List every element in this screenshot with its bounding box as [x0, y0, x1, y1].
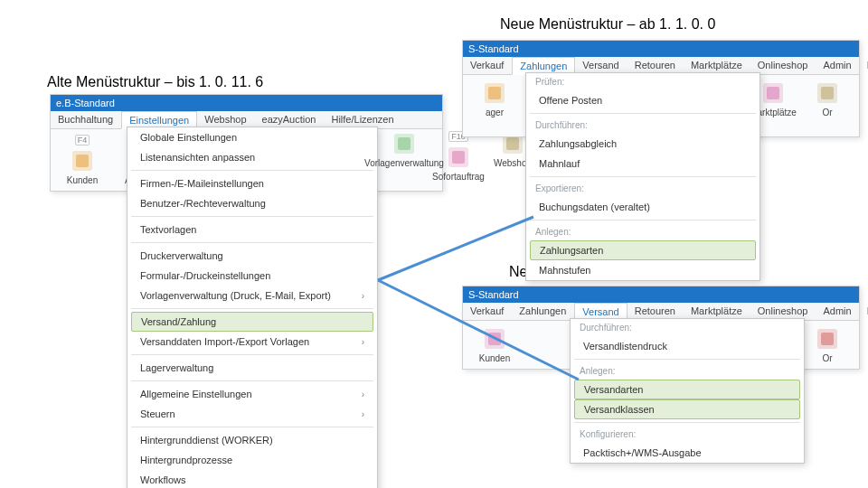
- menu-group-header: Konfigurieren:: [571, 426, 804, 443]
- tab-zahlungen[interactable]: Zahlungen: [512, 303, 574, 320]
- menu-item[interactable]: Zahlungsabgleich: [526, 134, 760, 154]
- menu-group-header: Exportieren:: [526, 180, 760, 197]
- menu-item[interactable]: Steuern›: [127, 404, 377, 424]
- svg-rect-9: [506, 137, 519, 150]
- menu-item[interactable]: Benutzer-/Rechteverwaltung: [127, 193, 377, 213]
- old-titlebar: e.B-Standard: [51, 95, 442, 111]
- chevron-right-icon: ›: [362, 291, 364, 301]
- svg-rect-17: [767, 87, 779, 99]
- new-top-titlebar: S-Standard: [463, 41, 859, 57]
- menu-item[interactable]: Packtisch+/WMS-Ausgabe: [571, 443, 804, 463]
- menu-separator: [131, 216, 373, 217]
- ribbon-caption: Kunden: [67, 175, 98, 185]
- chevron-right-icon: ›: [362, 389, 364, 399]
- ribbon-btn[interactable]: Vorlagenverwaltung: [380, 131, 429, 182]
- new-top-menu: Prüfen:Offene PostenDurchführen:Zahlungs…: [525, 72, 760, 281]
- ribbon-icon: [815, 326, 840, 352]
- menu-separator: [530, 176, 756, 177]
- new-bottom-menu: Durchführen:VersandlistendruckAnlegen:Ve…: [570, 318, 805, 464]
- tab-admin[interactable]: Admin: [816, 57, 859, 74]
- menu-item[interactable]: Firmen-/E-Maileinstellungen: [127, 174, 377, 193]
- ribbon-caption: Or: [822, 108, 832, 117]
- ribbon-caption: Kunden: [479, 353, 510, 363]
- ribbon-icon: [446, 145, 471, 170]
- tab-hilfe-lizenzen[interactable]: Hilfe/Lizenzen: [860, 303, 868, 320]
- menu-separator: [131, 427, 373, 427]
- menu-item[interactable]: Lagerverwaltung: [127, 358, 377, 378]
- tab-hilfe-lizenzen[interactable]: Hilfe/Lizenzen: [860, 57, 868, 74]
- label-new-top: Neue Menüstruktur – ab 1. 1. 0. 0: [500, 16, 715, 33]
- tab-verkauf[interactable]: Verkauf: [463, 303, 512, 320]
- menu-item[interactable]: Versandarten: [574, 380, 800, 399]
- old-ribbon-extra: VorlagenverwaltungF10SofortauftragWebsho…: [380, 131, 537, 182]
- label-old: Alte Menüstruktur – bis 1. 0. 11. 6: [47, 74, 263, 90]
- menu-group-header: Durchführen:: [526, 117, 760, 134]
- menu-item[interactable]: Offene Posten: [526, 90, 760, 110]
- ribbon-caption: Or: [822, 353, 832, 363]
- ribbon-btn[interactable]: F10Sofortauftrag: [434, 131, 483, 182]
- ribbon-icon: [70, 148, 95, 174]
- ribbon-icon: [815, 80, 840, 106]
- menu-separator: [574, 359, 800, 360]
- svg-rect-11: [488, 87, 501, 99]
- svg-rect-7: [452, 151, 465, 164]
- svg-rect-19: [821, 87, 834, 99]
- old-menu: Globale EinstellungenListenansichten anp…: [127, 127, 378, 488]
- ribbon-icon: [760, 80, 786, 106]
- menu-item[interactable]: Listenansichten anpassen: [127, 147, 377, 167]
- menu-separator: [131, 170, 373, 171]
- menu-group-header: Durchführen:: [571, 319, 804, 336]
- chevron-right-icon: ›: [362, 337, 364, 347]
- ribbon-icon: [482, 326, 507, 352]
- menu-item[interactable]: Mahnlauf: [526, 154, 760, 174]
- menu-group-header: Anlegen:: [526, 223, 760, 240]
- menu-item[interactable]: Workflows: [127, 470, 377, 488]
- menu-item[interactable]: Allgemeine Einstellungen›: [127, 384, 377, 404]
- menu-group-header: Anlegen:: [571, 362, 804, 380]
- menu-separator: [131, 380, 373, 381]
- menu-item[interactable]: Formular-/Druckeinstellungen: [127, 266, 377, 286]
- ribbon-btn[interactable]: ager: [470, 80, 519, 131]
- new-bottom-titlebar: S-Standard: [463, 286, 859, 303]
- ribbon-btn[interactable]: Or: [803, 80, 852, 131]
- menu-item[interactable]: Versanddaten Import-/Export Vorlagen›: [127, 332, 377, 352]
- menu-item[interactable]: Textvorlagen: [127, 220, 377, 239]
- chevron-right-icon: ›: [362, 409, 364, 419]
- svg-rect-27: [821, 333, 834, 345]
- ribbon-icon: [482, 80, 507, 106]
- menu-group-header: Prüfen:: [526, 73, 760, 90]
- menu-item[interactable]: Hintergrunddienst (WORKER): [127, 430, 377, 450]
- ribbon-caption: Sofortauftrag: [432, 172, 485, 182]
- ribbon-caption: ager: [486, 108, 504, 117]
- menu-item[interactable]: Versandklassen: [574, 399, 800, 419]
- ribbon-btn[interactable]: Kunden: [470, 326, 519, 363]
- ribbon-btn[interactable]: Or: [803, 326, 852, 363]
- menu-item[interactable]: Hintergrundprozesse: [127, 450, 377, 470]
- menu-item[interactable]: Mahnstufen: [526, 260, 760, 280]
- tab-buchhaltung[interactable]: Buchhaltung: [51, 111, 121, 128]
- menu-item[interactable]: Vorlagenverwaltung (Druck, E-Mail, Expor…: [127, 286, 377, 305]
- menu-item[interactable]: Zahlungsarten: [530, 240, 756, 260]
- menu-separator: [131, 354, 373, 355]
- svg-rect-21: [488, 333, 501, 345]
- tab-verkauf[interactable]: Verkauf: [463, 57, 512, 74]
- ribbon-btn[interactable]: F4Kunden: [58, 135, 107, 185]
- menu-item[interactable]: Globale Einstellungen: [127, 127, 377, 147]
- menu-item[interactable]: Druckerverwaltung: [127, 246, 377, 266]
- ribbon-icon: [392, 131, 417, 156]
- svg-rect-1: [76, 155, 89, 167]
- ribbon-caption: Vorlagenverwaltung: [364, 158, 444, 168]
- menu-item[interactable]: Buchungsdaten (veraltet): [526, 197, 760, 217]
- menu-separator: [131, 308, 373, 309]
- menu-separator: [530, 113, 756, 114]
- menu-separator: [530, 220, 756, 221]
- menu-item[interactable]: Versand/Zahlung: [131, 312, 373, 332]
- tab-admin[interactable]: Admin: [816, 303, 859, 320]
- menu-separator: [131, 242, 373, 243]
- menu-separator: [574, 422, 800, 423]
- menu-item[interactable]: Versandlistendruck: [571, 336, 804, 356]
- svg-rect-5: [398, 137, 410, 150]
